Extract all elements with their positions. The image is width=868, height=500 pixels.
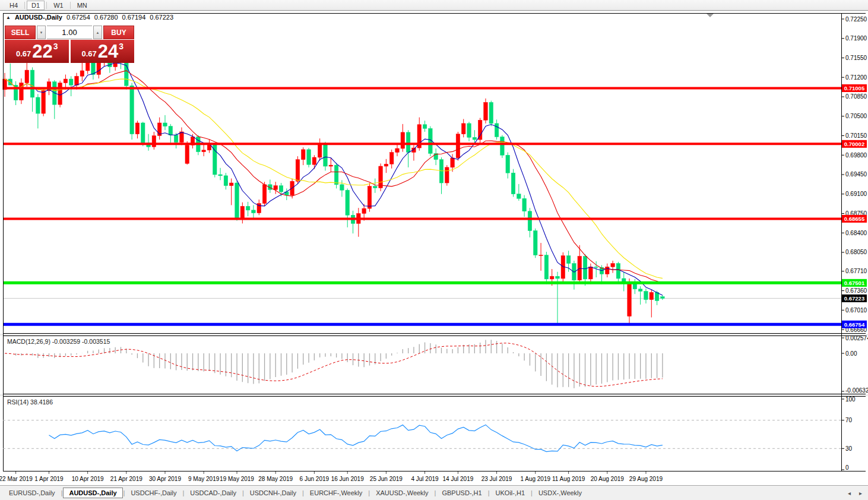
candle-body <box>252 210 256 213</box>
candle-body <box>544 255 549 279</box>
date-tick-label: 16 Jun 2019 <box>331 476 364 482</box>
candle-body <box>406 132 410 153</box>
candle-body <box>174 135 178 143</box>
candle-body <box>362 208 366 213</box>
tab-separator: | <box>123 489 125 496</box>
candle-body <box>638 289 642 292</box>
tab-usdchf-daily[interactable]: USDCHF-,Daily <box>125 488 182 498</box>
buy-price-big: 24 <box>98 42 118 61</box>
panel-splitter[interactable] <box>0 334 868 336</box>
rsi-axis-label: 0 <box>845 464 849 471</box>
tab-usdx-weekly[interactable]: USDX-,Weekly <box>533 488 587 498</box>
axis-tick-label: 0.69100 <box>845 191 867 197</box>
axis-tick-label: 0.67360 <box>845 287 867 294</box>
date-tick-label: 25 Jun 2019 <box>370 476 403 482</box>
candle-body <box>75 76 79 85</box>
tab-usdcnh-daily[interactable]: USDCNH-,Daily <box>245 488 302 498</box>
buy-button[interactable]: BUY <box>103 26 134 39</box>
candle-body <box>451 158 455 167</box>
tab-xauusd-weekly[interactable]: XAUUSD-,Weekly <box>370 488 433 498</box>
candle-body <box>97 62 101 75</box>
collapse-indicator-icon[interactable]: ▲ <box>6 15 11 20</box>
hline-price-label-text: 0.68655 <box>844 216 865 222</box>
candle-body <box>296 160 300 181</box>
ma-slow-line <box>5 79 663 279</box>
candle-body <box>301 150 305 160</box>
tab-scroll-right-icon[interactable]: ▸ <box>859 490 862 496</box>
chart-canvas[interactable]: 0.722500.719000.715500.712000.708500.705… <box>0 0 868 500</box>
volume-input[interactable]: 1.00 <box>47 26 92 39</box>
date-tick-label: 22 Mar 2019 <box>0 476 33 482</box>
date-tick-label: 30 Apr 2019 <box>149 476 181 482</box>
candle-body <box>517 194 521 198</box>
spinner-up-icon: ▲ <box>96 31 100 34</box>
tab-ukoil-h1[interactable]: UKOil-,H1 <box>490 488 531 498</box>
date-tick-label: 9 May 2019 <box>188 476 220 482</box>
candle-body <box>484 102 488 120</box>
tab-eurusd-daily[interactable]: EURUSD-,Daily <box>4 488 61 498</box>
candle-body <box>141 123 145 143</box>
timeframe-d1[interactable]: D1 <box>27 1 45 10</box>
candle-body <box>550 276 554 279</box>
date-tick-label: 28 May 2019 <box>258 476 293 482</box>
candle-body <box>556 276 560 279</box>
candle-body <box>312 157 316 164</box>
sell-button[interactable]: SELL <box>5 26 36 39</box>
sell-price-prefix: 0.67 <box>16 49 31 58</box>
candle-body <box>36 97 40 113</box>
axis-tick-label: 0.71550 <box>845 55 867 61</box>
candle-body <box>583 257 587 279</box>
rsi-panel[interactable]: 10070300RSI(14) 38.4186 <box>3 396 856 471</box>
macd-panel[interactable]: 0.0025740.00-0.006326MACD(12,26,9) -0.00… <box>5 335 868 394</box>
sell-price-big: 22 <box>32 42 52 61</box>
tab-separator: | <box>368 489 370 496</box>
symbol-title: AUDUSD-,Daily <box>15 14 62 21</box>
symbol-header: ▲ AUDUSD-,Daily 0.67254 0.67280 0.67194 … <box>6 14 173 21</box>
price-axis[interactable]: 0.722500.719000.715500.712000.708500.705… <box>841 16 867 333</box>
timeframe-toolbar: H4D1W1MN <box>0 0 868 11</box>
candle-body <box>384 164 388 166</box>
candle-body <box>566 256 571 264</box>
volume-decrease-button[interactable]: ▼ <box>37 26 46 39</box>
candle-body <box>180 132 184 143</box>
candle-body <box>534 231 538 255</box>
quote-low: 0.67194 <box>122 14 146 21</box>
tab-eurchf-weekly[interactable]: EURCHF-,Weekly <box>305 488 368 498</box>
candle-body <box>185 145 189 163</box>
timeframe-mn[interactable]: MN <box>72 1 92 10</box>
spinner-down-icon: ▼ <box>40 31 43 34</box>
candle-body <box>500 137 505 155</box>
candle-body <box>423 125 427 129</box>
date-tick-label: 4 Jul 2019 <box>411 476 439 482</box>
tab-gbpusd-h1[interactable]: GBPUSD-,H1 <box>436 488 487 498</box>
date-axis[interactable]: 22 Mar 20191 Apr 201910 Apr 201921 Apr 2… <box>0 471 663 482</box>
sell-price-display[interactable]: 0.67223 <box>5 40 69 63</box>
candle-body <box>528 211 532 231</box>
timeframe-h4[interactable]: H4 <box>5 1 23 10</box>
axis-tick-label: 0.69800 <box>845 152 867 159</box>
macd-indicator-label: MACD(12,26,9) -0.003259 -0.003515 <box>7 338 110 345</box>
candle-body <box>346 190 350 215</box>
axis-tick-label: 0.67010 <box>845 307 867 314</box>
panel-splitter[interactable] <box>0 394 868 396</box>
candle-body <box>611 264 615 267</box>
hline-price-label-text: 0.70002 <box>844 141 864 147</box>
axis-tick-label: 0.71900 <box>845 35 867 42</box>
candle-body <box>324 144 328 166</box>
autoscroll-marker-icon[interactable] <box>707 14 714 17</box>
tab-usdcad-daily[interactable]: USDCAD-,Daily <box>185 488 242 498</box>
candle-body <box>489 102 493 124</box>
buy-price-display[interactable]: 0.67243 <box>71 40 135 63</box>
hline-price-label-text: 0.67501 <box>844 280 865 286</box>
tab-separator: | <box>302 489 304 496</box>
axis-tick-label: 0.70500 <box>845 113 867 119</box>
toolbar-separator <box>46 2 47 9</box>
tab-scroll-left-icon[interactable]: ◂ <box>848 490 851 496</box>
volume-increase-button[interactable]: ▲ <box>93 26 102 39</box>
timeframe-w1[interactable]: W1 <box>49 1 68 10</box>
axis-tick-label: 0.67710 <box>845 268 867 274</box>
candle-body <box>478 120 482 140</box>
date-tick-label: 11 Aug 2019 <box>552 476 585 482</box>
tab-audusd-daily[interactable]: AUDUSD-,Daily <box>63 488 122 498</box>
quote-high: 0.67280 <box>94 14 118 21</box>
